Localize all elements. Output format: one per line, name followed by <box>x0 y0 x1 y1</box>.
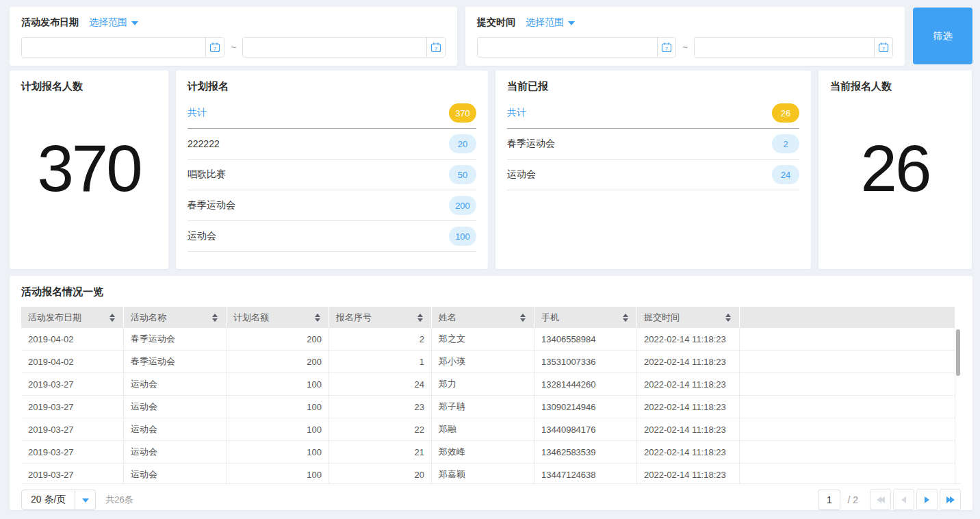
calendar-icon[interactable]: 7 <box>205 38 224 57</box>
table-title: 活动报名情况一览 <box>21 286 961 299</box>
submit-time-range-link[interactable]: 选择范围 <box>526 16 575 29</box>
page-number-input[interactable] <box>818 490 840 510</box>
submit-time-start-input[interactable] <box>478 38 657 57</box>
table-cell: 2022-02-14 11:18:23 <box>637 396 740 418</box>
card-title: 当前已报 <box>507 80 799 93</box>
count-badge: 24 <box>772 165 799 184</box>
count-badge: 50 <box>449 165 476 184</box>
table-cell: 郑之文 <box>432 328 534 350</box>
breakdown-row: 运动会24 <box>507 160 799 190</box>
caret-down-icon <box>568 21 575 25</box>
table-cell: 运动会 <box>124 396 227 418</box>
breakdown-row-label[interactable]: 222222 <box>188 138 220 149</box>
breakdown-row: 运动会100 <box>188 221 476 252</box>
publish-date-end-input[interactable] <box>243 38 426 57</box>
card-title: 当前报名人数 <box>830 80 960 93</box>
column-header: 提交时间 <box>637 307 740 328</box>
column-header-label: 活动名称 <box>131 312 166 324</box>
last-page-button[interactable] <box>940 489 961 510</box>
table-row: 2019-03-27运动会10024郑力132814442602022-02-1… <box>21 373 955 396</box>
page-size-value: 20 条/页 <box>22 494 75 506</box>
table-cell: 100 <box>227 441 329 463</box>
scrollbar-thumb[interactable] <box>956 329 960 376</box>
submit-time-start-wrapper: 7 <box>477 37 676 58</box>
breakdown-row: 22222220 <box>188 129 476 160</box>
table-body-wrapper: 2019-04-02春季运动会2002郑之文134065589842022-02… <box>21 328 961 483</box>
sort-arrows-icon[interactable] <box>623 314 628 322</box>
breakdown-row: 唱歌比赛50 <box>188 160 476 190</box>
column-header-label: 计划名额 <box>233 312 269 324</box>
current-total-card: 当前报名人数 26 <box>818 71 972 269</box>
breakdown-row-label[interactable]: 共计 <box>188 107 207 119</box>
table-header-row: 活动发布日期活动名称计划名额报名序号姓名手机提交时间 <box>21 307 955 328</box>
table-cell: 13406558984 <box>534 328 637 350</box>
card-title: 计划报名人数 <box>21 80 157 93</box>
left-arrow-icon <box>901 496 906 503</box>
table-cell-filler <box>740 328 955 350</box>
publish-date-end-wrapper: 7 <box>242 37 446 58</box>
count-badge: 200 <box>449 196 476 215</box>
planned-breakdown-card: 计划报名 共计37022222220唱歌比赛50春季运动会200运动会100 <box>176 71 488 269</box>
sort-arrows-icon[interactable] <box>212 314 218 322</box>
table-cell: 运动会 <box>124 373 227 395</box>
next-page-button[interactable] <box>916 489 938 510</box>
table-row: 2019-04-02春季运动会2002郑之文134065589842022-02… <box>21 328 955 351</box>
count-badge: 370 <box>449 103 476 123</box>
table-cell-filler <box>740 396 955 418</box>
table-body: 2019-04-02春季运动会2002郑之文134065589842022-02… <box>21 328 955 483</box>
sort-arrows-icon[interactable] <box>417 314 423 322</box>
dashboard-page: 活动发布日期 选择范围 7 ~ 7 <box>0 0 980 519</box>
breakdown-row-label[interactable]: 春季运动会 <box>507 138 555 150</box>
table-cell: 运动会 <box>124 464 227 483</box>
breakdown-row-label[interactable]: 共计 <box>507 107 526 119</box>
column-header-label: 姓名 <box>439 312 456 324</box>
table-cell: 100 <box>227 418 329 440</box>
table-cell: 2019-04-02 <box>21 328 124 350</box>
table-cell: 2022-02-14 11:18:23 <box>637 464 740 483</box>
svg-text:7: 7 <box>214 46 217 52</box>
sort-arrows-icon[interactable] <box>315 314 320 322</box>
table-cell: 20 <box>329 464 432 483</box>
count-badge: 2 <box>772 134 799 153</box>
table-cell: 100 <box>227 373 329 395</box>
svg-text:7: 7 <box>882 46 886 52</box>
breakdown-row-label[interactable]: 运动会 <box>507 168 536 181</box>
range-link-text: 选择范围 <box>526 16 564 29</box>
filter-button[interactable]: 筛选 <box>913 8 972 64</box>
table-scrollbar[interactable] <box>955 328 961 483</box>
page-size-select[interactable]: 20 条/页 <box>21 490 96 510</box>
svg-text:7: 7 <box>435 46 438 52</box>
submit-time-label: 提交时间 <box>477 16 515 29</box>
table-cell: 13090214946 <box>534 396 637 418</box>
table-cell: 郑小瑛 <box>432 351 534 372</box>
table-cell: 100 <box>227 396 329 418</box>
table-cell: 200 <box>227 328 329 350</box>
breakdown-row-label[interactable]: 唱歌比赛 <box>188 168 226 181</box>
table-cell: 23 <box>329 396 432 418</box>
submit-time-end-input[interactable] <box>695 38 874 57</box>
calendar-icon[interactable]: 7 <box>874 38 892 57</box>
sort-arrows-icon[interactable] <box>725 314 731 322</box>
total-count-label: 共26条 <box>105 494 133 506</box>
publish-date-start-input[interactable] <box>22 38 205 57</box>
sort-arrows-icon[interactable] <box>109 314 115 322</box>
breakdown-row-label[interactable]: 运动会 <box>188 230 216 242</box>
column-header: 计划名额 <box>227 307 329 328</box>
count-badge: 20 <box>449 134 476 153</box>
calendar-icon[interactable]: 7 <box>657 38 675 57</box>
sort-arrows-icon[interactable] <box>520 314 526 322</box>
breakdown-row: 春季运动会200 <box>188 190 476 221</box>
publish-date-range-link[interactable]: 选择范围 <box>89 16 138 29</box>
publish-date-label: 活动发布日期 <box>21 16 79 29</box>
first-page-button[interactable] <box>870 489 891 510</box>
table-cell: 1 <box>329 351 432 372</box>
right-arrow-icon <box>925 496 929 503</box>
table-cell: 春季运动会 <box>124 351 227 372</box>
select-arrow-cell[interactable] <box>75 490 95 509</box>
prev-page-button[interactable] <box>893 489 914 510</box>
calendar-icon[interactable]: 7 <box>426 38 445 57</box>
caret-down-icon <box>82 498 89 503</box>
breakdown-row-label[interactable]: 春季运动会 <box>188 199 235 212</box>
submit-time-filter-panel: 提交时间 选择范围 7 ~ 7 <box>465 7 905 66</box>
column-header-label: 报名序号 <box>336 312 372 324</box>
